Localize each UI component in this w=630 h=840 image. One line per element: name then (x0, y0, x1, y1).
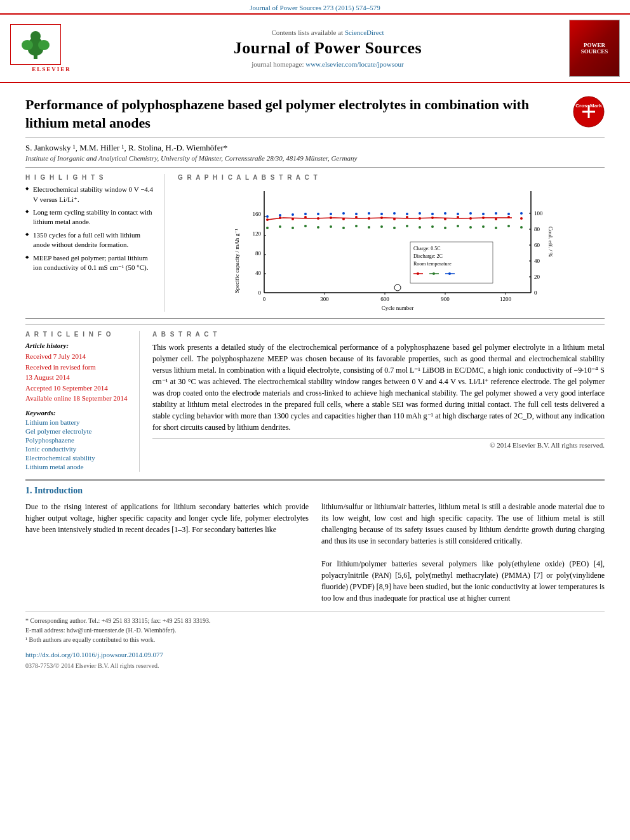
available-date: Available online 18 September 2014 (25, 393, 130, 404)
email-note: E-mail address: hdw@uni-muenster.de (H.-… (25, 625, 605, 635)
article-history-label: Article history: (25, 342, 130, 349)
svg-point-93 (342, 212, 345, 215)
highlight-item: Long term cycling stability in contact w… (25, 208, 156, 227)
received-date: Received 7 July 2014 (25, 351, 130, 362)
svg-point-80 (444, 227, 446, 229)
svg-point-91 (317, 213, 319, 215)
svg-point-107 (520, 212, 523, 215)
svg-point-4 (22, 40, 33, 50)
journal-cover-thumbnail: POWER SOURCES (569, 20, 620, 77)
svg-text:20: 20 (534, 274, 540, 280)
abstract-text: This work presents a detailed study of t… (152, 342, 605, 433)
svg-point-115 (432, 272, 435, 275)
sciencedirect-link[interactable]: ScienceDirect (345, 29, 384, 36)
highlight-item: MEEP based gel polymer; partial lithium … (25, 253, 156, 273)
svg-point-98 (406, 213, 408, 215)
svg-point-118 (394, 284, 401, 291)
elsevier-logo-area: ELSEVIER (10, 24, 93, 72)
svg-text:60: 60 (534, 242, 540, 248)
svg-point-101 (444, 212, 446, 215)
svg-point-100 (431, 213, 434, 215)
svg-text:80: 80 (534, 226, 540, 232)
abstract-section-label: A B S T R A C T (152, 331, 605, 338)
svg-text:600: 600 (380, 296, 389, 302)
highlights-graphical-section: H I G H L I G H T S Electrochemical stab… (25, 167, 605, 319)
svg-point-95 (368, 212, 370, 215)
svg-point-103 (469, 212, 472, 215)
svg-point-92 (330, 213, 332, 215)
svg-point-85 (507, 225, 510, 227)
copyright-line: © 2014 Elsevier B.V. All rights reserved… (152, 438, 605, 449)
svg-point-105 (495, 212, 497, 215)
svg-point-54 (380, 217, 383, 219)
authors: S. Jankowsky ¹, M.M. Hiller ¹, R. Stolin… (25, 143, 605, 153)
svg-point-94 (355, 213, 358, 215)
article-title: Performance of polyphosphazene based gel… (25, 96, 573, 132)
svg-point-69 (304, 225, 307, 227)
issn-line: 0378-7753/© 2014 Elsevier B.V. All right… (25, 661, 605, 670)
svg-point-104 (482, 213, 485, 215)
svg-text:Room temperature: Room temperature (413, 261, 452, 267)
keywords-label: Keywords: (25, 409, 130, 417)
svg-text:0: 0 (258, 290, 262, 296)
svg-text:900: 900 (441, 296, 450, 302)
homepage-url[interactable]: www.elsevier.com/locate/jpowsour (305, 60, 403, 68)
equal-contrib-note: ¹ Both authors are equally contributed t… (25, 635, 605, 644)
article-info-label: A R T I C L E I N F O (25, 331, 130, 338)
highlight-item: 1350 cycles for a full cell with lithium… (25, 230, 156, 250)
svg-point-67 (279, 225, 281, 228)
article-info-section: A R T I C L E I N F O Article history: R… (25, 324, 605, 472)
highlight-item: Electrochemical stability window 0 V −4.… (25, 185, 156, 204)
svg-point-102 (457, 213, 459, 215)
svg-point-49 (317, 217, 319, 220)
abstract-column: A B S T R A C T This work presents a det… (152, 331, 605, 472)
svg-point-82 (469, 226, 472, 229)
svg-text:160: 160 (253, 211, 262, 217)
svg-point-57 (419, 217, 421, 220)
svg-point-53 (368, 217, 370, 220)
introduction-section: 1. Introduction Due to the rising intere… (25, 479, 605, 604)
highlights-list: Electrochemical stability window 0 V −4.… (25, 185, 156, 272)
highlights-section-label: H I G H L I G H T S (25, 174, 156, 181)
svg-text:300: 300 (320, 296, 329, 302)
svg-text:Cycle number: Cycle number (382, 305, 414, 311)
homepage-line: journal homepage: www.elsevier.com/locat… (93, 60, 563, 68)
svg-point-81 (457, 225, 459, 227)
introduction-two-col: Due to the rising interest of applicatio… (25, 501, 605, 604)
svg-point-77 (406, 225, 408, 227)
svg-point-76 (393, 227, 396, 229)
svg-text:Specific capacity / mAh g⁻¹: Specific capacity / mAh g⁻¹ (234, 229, 240, 293)
svg-point-45 (266, 218, 269, 221)
journal-title-area: Contents lists available at ScienceDirec… (93, 29, 563, 68)
elsevier-tree-icon (13, 27, 58, 59)
svg-text:40: 40 (255, 270, 262, 276)
svg-text:0: 0 (263, 296, 266, 302)
article-title-section: Performance of polyphosphazene based gel… (25, 96, 605, 138)
svg-point-68 (292, 227, 294, 229)
article-info-column: A R T I C L E I N F O Article history: R… (25, 331, 140, 472)
svg-point-84 (495, 227, 497, 229)
doi-link[interactable]: http://dx.doi.org/10.1016/j.jpowsour.201… (25, 650, 605, 660)
svg-point-55 (393, 218, 396, 220)
svg-text:Coul. eff. / %: Coul. eff. / % (547, 227, 554, 258)
svg-point-72 (342, 227, 345, 229)
svg-point-50 (330, 217, 332, 219)
keyword-item: Lithium ion battery (25, 418, 130, 426)
svg-point-3 (30, 31, 41, 41)
svg-point-56 (406, 216, 408, 218)
svg-point-113 (417, 272, 419, 275)
introduction-col2: lithium/sulfur or lithium/air batteries,… (321, 501, 605, 604)
svg-point-51 (342, 218, 345, 220)
svg-point-70 (317, 226, 319, 229)
svg-point-106 (507, 213, 510, 215)
svg-point-75 (380, 225, 383, 228)
journal-title: Journal of Power Sources (93, 39, 563, 58)
keywords-list: Lithium ion battery Gel polymer electrol… (25, 418, 130, 470)
corresponding-author-note: * Corresponding author. Tel.: +49 251 83… (25, 616, 605, 625)
svg-point-73 (355, 225, 358, 227)
svg-point-86 (520, 226, 523, 229)
elsevier-box (10, 24, 61, 65)
svg-point-66 (266, 227, 269, 229)
accepted-date: Accepted 10 September 2014 (25, 383, 130, 394)
introduction-heading: 1. Introduction (25, 486, 605, 496)
